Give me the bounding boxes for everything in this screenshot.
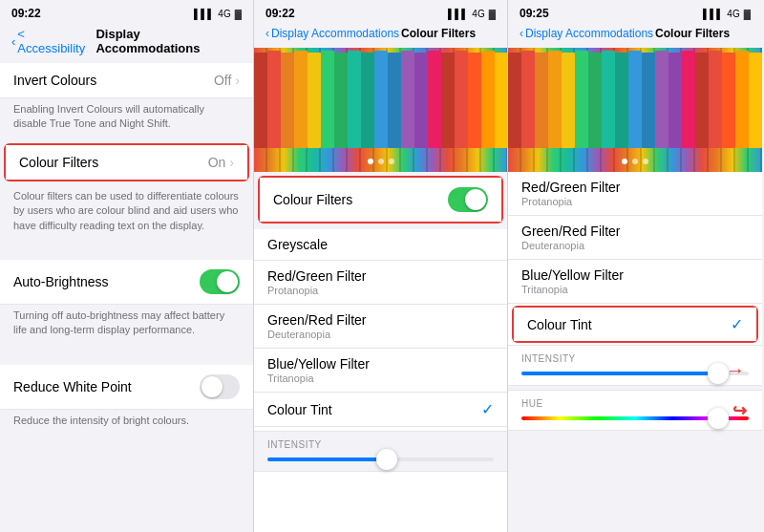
svg-rect-9 <box>374 51 388 148</box>
invert-row[interactable]: Invert Colours Off › <box>0 63 253 98</box>
intensity-slider-3: INTENSITY <box>508 346 762 386</box>
svg-rect-26 <box>602 51 615 148</box>
status-bar-3: 09:25 ▌▌▌ 4G ▓ <box>508 0 762 23</box>
hue-thumb-3[interactable] <box>708 408 729 429</box>
toggle-knob-2 <box>202 376 223 397</box>
auto-brightness-toggle[interactable] <box>200 269 240 294</box>
green-red-item[interactable]: Green/Red Filter Deuteranopia <box>254 305 507 349</box>
colour-filters-on-text: On <box>208 155 226 170</box>
blue-yellow-item-3[interactable]: Blue/Yellow Filter Tritanopia <box>508 260 762 304</box>
intensity-label-3: INTENSITY <box>521 353 749 364</box>
colour-tint-item-3[interactable]: Colour Tint ✓ <box>514 308 756 341</box>
intensity-label-2: INTENSITY <box>267 439 494 450</box>
svg-rect-33 <box>695 53 709 148</box>
status-icons-2: ▌▌▌ 4G ▓ <box>448 9 496 19</box>
time-3: 09:25 <box>520 7 549 20</box>
green-red-row: Green/Red Filter Deuteranopia <box>267 312 494 340</box>
dot-3 <box>389 159 394 164</box>
toggle-knob-3 <box>465 189 486 210</box>
blue-yellow-sub: Tritanopia <box>267 372 370 384</box>
colour-filters-label: Colour Filters <box>19 155 98 170</box>
svg-rect-14 <box>441 53 455 148</box>
svg-rect-15 <box>455 51 468 148</box>
filter-list-2: Greyscale Red/Green Filter Protanopia Gr… <box>254 229 507 532</box>
svg-rect-18 <box>495 53 507 148</box>
status-icons-1: ▌▌▌ 4G ▓ <box>194 9 242 19</box>
svg-rect-32 <box>682 51 695 148</box>
red-green-name: Red/Green Filter <box>267 268 366 284</box>
colour-tint-name-3: Colour Tint <box>527 317 592 332</box>
reduce-white-label: Reduce White Point <box>13 379 132 394</box>
nav-bar-3: ‹ Display Accommodations Colour Filters <box>508 23 762 48</box>
invert-off-text: Off <box>214 73 231 88</box>
dot-2 <box>378 159 384 164</box>
colour-filters-toggle-row[interactable]: Colour Filters <box>260 178 501 222</box>
back-label-3: Display Accommodations <box>525 27 653 40</box>
svg-rect-0 <box>254 53 267 148</box>
battery-icon: ▓ <box>235 9 242 19</box>
back-label-2: Display Accommodations <box>271 27 399 40</box>
svg-rect-22 <box>548 51 562 148</box>
svg-rect-12 <box>414 53 428 148</box>
network-icon: 4G <box>218 9 230 19</box>
nav-back-2[interactable]: ‹ Display Accommodations <box>265 27 399 40</box>
colour-filters-description: Colour filters can be used to differenti… <box>0 185 253 241</box>
status-bar-1: 09:22 ▌▌▌ 4G ▓ <box>0 0 253 23</box>
colour-filters-row[interactable]: Colour Filters On › <box>6 145 247 180</box>
intensity-track-2[interactable] <box>267 458 494 461</box>
invert-label: Invert Colours <box>13 73 96 88</box>
hue-label-3: HUE <box>521 398 749 409</box>
hue-arrow-icon: ↩ <box>732 400 747 421</box>
svg-rect-7 <box>348 51 361 148</box>
svg-rect-4 <box>308 53 321 148</box>
page-title-1: Display Accommodations <box>96 27 242 55</box>
green-red-sub: Deuteranopia <box>267 329 366 340</box>
back-chevron-icon-3: ‹ <box>520 27 523 40</box>
auto-brightness-section: Auto-Brightness <box>0 260 253 305</box>
network-icon-2: 4G <box>472 9 484 19</box>
colour-tint-checkmark-2: ✓ <box>481 400 494 418</box>
intensity-track-3[interactable] <box>521 372 749 375</box>
nav-back-3[interactable]: ‹ Display Accommodations <box>520 27 653 40</box>
colour-filters-chevron-icon: › <box>229 155 234 170</box>
hue-track-3[interactable] <box>521 416 749 420</box>
red-green-sub: Protanopia <box>267 285 366 296</box>
green-red-item-3[interactable]: Green/Red Filter Deuteranopia <box>508 216 762 260</box>
page-title-3: Colour Filters <box>655 27 730 40</box>
blue-yellow-name: Blue/Yellow Filter <box>267 356 370 372</box>
pencils-svg-3 <box>508 48 762 172</box>
svg-rect-36 <box>735 51 749 148</box>
blue-yellow-item[interactable]: Blue/Yellow Filter Tritanopia <box>254 349 507 393</box>
status-icons-3: ▌▌▌ 4G ▓ <box>703 9 751 19</box>
red-green-row: Red/Green Filter Protanopia <box>267 268 494 296</box>
intensity-section-3: INTENSITY → <box>508 345 762 386</box>
dot-1 <box>368 159 373 164</box>
svg-rect-35 <box>722 53 735 148</box>
svg-rect-6 <box>334 53 348 148</box>
nav-back-1[interactable]: ‹ < Accessibility <box>11 27 92 55</box>
page-dots-2 <box>368 159 394 164</box>
nav-bar-2: ‹ Display Accommodations Colour Filters <box>254 23 507 48</box>
red-green-item[interactable]: Red/Green Filter Protanopia <box>254 261 507 305</box>
svg-rect-5 <box>321 51 334 148</box>
red-green-item-3[interactable]: Red/Green Filter Protanopia <box>508 172 762 216</box>
spacer-1 <box>0 241 253 260</box>
dot-3-2 <box>632 159 638 164</box>
auto-brightness-row[interactable]: Auto-Brightness <box>0 260 253 305</box>
greyscale-item[interactable]: Greyscale <box>254 229 507 261</box>
svg-rect-24 <box>575 51 588 148</box>
red-green-sub-3: Protanopia <box>521 196 749 207</box>
colour-filters-toggle-switch[interactable] <box>448 187 488 212</box>
intensity-thumb-2[interactable] <box>376 449 397 470</box>
back-label-1: < Accessibility <box>17 27 92 55</box>
invert-value: Off › <box>214 73 240 88</box>
reduce-white-section: Reduce White Point <box>0 365 253 410</box>
reduce-white-row[interactable]: Reduce White Point <box>0 365 253 410</box>
battery-icon-2: ▓ <box>489 9 496 19</box>
svg-rect-23 <box>562 53 575 148</box>
reduce-white-toggle[interactable] <box>200 374 240 399</box>
svg-rect-21 <box>535 53 548 148</box>
colour-tint-item-2[interactable]: Colour Tint ✓ <box>254 393 507 427</box>
svg-rect-2 <box>281 53 294 148</box>
svg-rect-13 <box>428 51 441 148</box>
